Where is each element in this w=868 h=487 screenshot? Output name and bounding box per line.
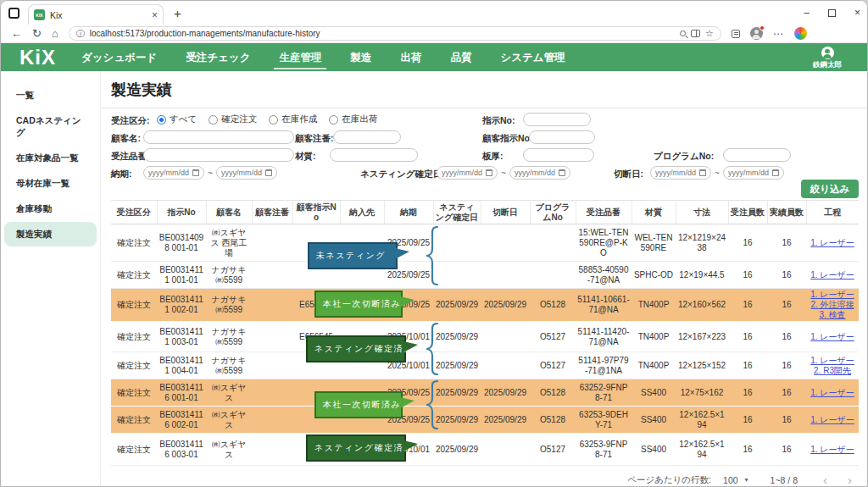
home-icon[interactable]: ⌂: [52, 27, 58, 40]
nav-item-quality[interactable]: 品質: [448, 45, 473, 70]
cell: O5128: [530, 289, 576, 322]
nesting-date-label: ネスティング確定日:: [360, 169, 444, 180]
cell: [252, 289, 292, 322]
cell: SS400: [632, 407, 676, 434]
cell: 確定注文: [111, 434, 157, 466]
material-input[interactable]: [330, 148, 418, 162]
cell: [481, 434, 530, 466]
sidebar-item-stock-target[interactable]: 在庫対象品一覧: [4, 146, 97, 170]
radio-fixed-order[interactable]: 確定注文: [209, 113, 257, 125]
customer-order-no-input[interactable]: [333, 130, 401, 144]
user-menu[interactable]: 鉄鋼太郎: [813, 46, 842, 70]
cutting-date-to-input[interactable]: yyyy/mm/dd: [723, 166, 784, 180]
thickness-input[interactable]: [523, 148, 594, 162]
new-tab-button[interactable]: +: [174, 6, 181, 20]
radio-all[interactable]: すべて: [157, 113, 197, 125]
collections-icon[interactable]: [732, 30, 740, 38]
col-header: 受注員数: [728, 201, 767, 224]
url-bar[interactable]: ⓘ localhost:5173/production-managements/…: [69, 26, 721, 41]
nesting-date-to-input[interactable]: yyyy/mm/dd: [509, 166, 570, 180]
process-link[interactable]: 1. レーザー: [808, 415, 857, 425]
process-link[interactable]: 1. レーザー: [808, 270, 857, 280]
process-link[interactable]: 1. レーザー: [808, 290, 857, 300]
thickness-label: 板厚:: [482, 151, 504, 163]
cutting-date-from-input[interactable]: yyyy/mm/dd: [650, 166, 711, 180]
range-separator: ~: [715, 169, 720, 178]
nav-item-dashboard[interactable]: ダッシュボード: [80, 45, 159, 70]
cell: 16: [767, 262, 806, 289]
sidebar-item-list[interactable]: 一覧: [4, 83, 97, 108]
copilot-icon[interactable]: [794, 27, 807, 40]
app-logo[interactable]: KiX: [19, 46, 56, 69]
cell-processes: 1. レーザー: [806, 379, 859, 407]
nav-item-order-check[interactable]: 受注チェック: [184, 45, 252, 70]
annotation-hq-primary-cut-done: 本社一次切断済み: [314, 391, 403, 418]
split-screen-icon[interactable]: [691, 30, 700, 37]
nav-item-production-management[interactable]: 生産管理: [277, 45, 323, 70]
calendar-icon: [772, 169, 779, 176]
process-link[interactable]: 2. R3開先: [808, 366, 857, 376]
profile-avatar[interactable]: [750, 27, 763, 40]
radio-stock-create[interactable]: 在庫作成: [269, 113, 317, 125]
delivery-date-to-input[interactable]: yyyy/mm/dd: [216, 166, 277, 180]
process-link[interactable]: 2. 外注溶接: [808, 300, 857, 310]
more-icon[interactable]: ⋯: [773, 28, 784, 40]
back-icon[interactable]: ←: [11, 27, 22, 40]
instruction-no-input[interactable]: [523, 113, 591, 126]
order-type-radios: すべて 確定注文 在庫作成 在庫出荷: [157, 113, 377, 125]
date-placeholder: yyyy/mm/dd: [442, 169, 482, 177]
minimize-icon[interactable]: –: [804, 7, 810, 19]
process-link[interactable]: 1. レーザー: [808, 445, 857, 455]
col-header: 顧客名: [206, 201, 252, 224]
nav-item-shipping[interactable]: 出荷: [398, 45, 423, 70]
rows-per-page-select[interactable]: 100: [723, 475, 738, 485]
radio-stock-create-label: 在庫作成: [281, 113, 317, 125]
process-link[interactable]: 1. レーザー: [808, 388, 857, 398]
next-page-icon[interactable]: ›: [841, 473, 859, 487]
prev-page-icon[interactable]: ‹: [816, 473, 834, 487]
customer-name-input[interactable]: [143, 130, 294, 144]
cell: 63253-9FNP8-71: [576, 434, 632, 466]
cell: 確定注文: [111, 224, 157, 262]
order-item-no-input[interactable]: [143, 148, 294, 162]
nav-item-system-admin[interactable]: システム管理: [498, 45, 566, 70]
annotation-hq-primary-cut-done: 本社一次切断済み: [314, 291, 403, 318]
site-info-icon[interactable]: ⓘ: [76, 28, 85, 40]
cell-processes: 1. レーザー2. R3開先: [806, 352, 859, 379]
cell: 63252-9FNP8-71: [576, 379, 632, 407]
close-icon[interactable]: ×: [854, 7, 860, 19]
process-link[interactable]: 3. 検査: [808, 310, 857, 320]
sidebar-item-warehouse-move[interactable]: 倉庫移動: [4, 196, 97, 221]
nesting-date-from-input[interactable]: yyyy/mm/dd: [437, 166, 498, 180]
cell: 63253-9DEHY-71: [576, 407, 632, 434]
tab-close-icon[interactable]: ×: [152, 9, 158, 21]
cell: [481, 262, 530, 289]
results-table-wrap: 受注区分 指示No 顧客名 顧客注番 顧客指示No 納入先 納期 ネスティング確…: [111, 200, 859, 466]
col-header: 材質: [632, 201, 676, 224]
filter-submit-button[interactable]: 絞り込み: [801, 180, 859, 198]
refresh-icon[interactable]: ↻: [32, 27, 42, 40]
search-icon[interactable]: [680, 30, 686, 36]
browser-tab[interactable]: KIX Kix ×: [28, 4, 164, 25]
tab-activities-icon[interactable]: [8, 8, 19, 19]
radio-fixed-order-label: 確定注文: [221, 113, 257, 125]
site-favicon: KIX: [34, 9, 45, 20]
url-text: localhost:5173/production-managements/ma…: [90, 29, 675, 38]
delivery-date-from-input[interactable]: yyyy/mm/dd: [143, 166, 204, 180]
sidebar-item-manufacture-history[interactable]: 製造実績: [4, 222, 97, 246]
maximize-icon[interactable]: [828, 9, 836, 17]
process-link[interactable]: 1. レーザー: [808, 356, 857, 366]
program-no-input[interactable]: [723, 148, 791, 162]
chevron-down-icon[interactable]: ▾: [745, 476, 748, 484]
col-header: 納期: [384, 201, 433, 224]
sidebar-item-base-material-stock[interactable]: 母材在庫一覧: [4, 171, 97, 196]
radio-stock-ship[interactable]: 在庫出荷: [329, 113, 377, 125]
favorite-star-icon[interactable]: ☆: [705, 28, 714, 39]
nav-item-manufacture[interactable]: 製造: [348, 45, 373, 70]
sidebar-item-cad-nesting[interactable]: CADネスティング: [4, 108, 97, 145]
customer-instruction-no-input[interactable]: [529, 130, 595, 144]
process-link[interactable]: 1. レーザー: [808, 332, 857, 342]
process-link[interactable]: 1. レーザー: [808, 238, 857, 248]
annotation-nesting-confirmed: ネスティング確定済み: [306, 434, 406, 462]
customer-instruction-no-label: 顧客指示No:: [482, 133, 533, 145]
